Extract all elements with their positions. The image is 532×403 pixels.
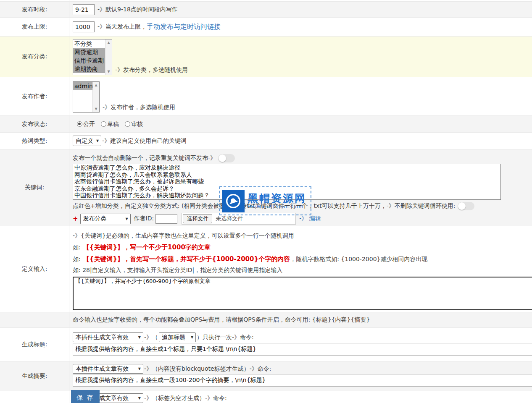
- author-option[interactable]: admin: [73, 82, 92, 90]
- example-red-1: 【{关键词}】，写一个不少于1000字的文章: [83, 243, 211, 251]
- publish-limit-input[interactable]: [73, 21, 95, 32]
- define-input-textarea[interactable]: 【{关键词}】，并写不少于{600-900}个字的原创文章: [73, 277, 532, 310]
- publish-author-label: 发布作者:: [0, 77, 69, 115]
- publish-limit-desc: -》当天发布上限，: [97, 23, 147, 31]
- hotword-type-desc: -》建议自定义使用自己的关键词: [102, 137, 187, 145]
- chevron-down-icon: ▼: [138, 335, 141, 339]
- scroll-down-icon[interactable]: ▼: [95, 107, 97, 111]
- radio-icon[interactable]: [125, 121, 130, 127]
- row-publish-limit: 发布上限: -》当天发布上限， 手动发布与定时访问链接: [0, 18, 532, 37]
- publish-time-desc: -》默认9-18点的时间段内写作: [97, 6, 178, 13]
- manual-publish-link[interactable]: 手动发布与定时访问链接: [147, 23, 221, 31]
- publish-limit-label: 发布上限:: [0, 18, 69, 36]
- define-input-note: -》{关键词}是必须的，生成内容字数也在这里定义，可以设置多个一行一个随机调用: [73, 232, 294, 240]
- hotword-type-select[interactable]: 自定义 ▼: [73, 136, 101, 146]
- row-publish-author: 发布作者: admin ▲ ▼ -》发布作者，多选随机使用: [0, 77, 532, 116]
- keyword-category-select[interactable]: 发布分类 ▼: [80, 214, 131, 224]
- gen-summary-scope-select[interactable]: 本插件生成文章有效 ▼: [73, 364, 143, 374]
- keyword-loop-toggle[interactable]: [458, 202, 474, 210]
- row-publish-status: 发布状态: 公开 草稿 审核: [0, 116, 532, 133]
- row-hotword-type: 热词类型: 自定义 ▼ -》建议自定义使用自己的关键词: [0, 133, 532, 149]
- row-gen-tag-partial: 保 存 本插件生成文章有效 ▼ -》（标签为空才生成）-》命令:: [0, 391, 532, 403]
- category-option[interactable]: 网贷逾期: [73, 48, 105, 56]
- radio-public[interactable]: 公开: [77, 120, 95, 128]
- gen-title-mode-select[interactable]: 追加标题 ▼: [159, 332, 196, 342]
- category-option[interactable]: 信用卡逾期: [73, 56, 105, 65]
- publish-author-listbox[interactable]: admin ▲ ▼: [73, 81, 100, 113]
- publish-category-listbox[interactable]: 不分类 网贷逾期 信用卡逾期 逾期协商 ▲ ▼: [73, 39, 112, 75]
- publish-time-label: 发布时段:: [0, 2, 69, 17]
- keywords-label: 关键词:: [0, 149, 69, 226]
- chevron-down-icon: ▼: [191, 335, 193, 339]
- listbox-scrollbar[interactable]: ▲ ▼: [92, 82, 99, 112]
- chevron-down-icon: ▼: [138, 367, 141, 371]
- choose-file-button[interactable]: 选择文件: [183, 214, 212, 223]
- chevron-down-icon: ▼: [96, 139, 99, 143]
- auto-delete-toggle[interactable]: [218, 154, 235, 162]
- publish-author-desc: -》发布作者，多选随机使用: [103, 104, 175, 111]
- example-2-note: ，随机字数格式如: {1000-2000}减少相同内容出现: [290, 256, 427, 263]
- row-define-input: 定义输入: -》{关键词}是必须的，生成内容字数也在这里定义，可以设置多个一行一…: [0, 226, 532, 312]
- radio-draft[interactable]: 草稿: [101, 120, 119, 128]
- row-gen-title: 生成标题: 本插件生成文章有效 ▼ -》（ 追加标题 ▼ ）只执行一次-》命令:…: [0, 328, 532, 361]
- keywords-hint: 点红色+增加分类，自定义独立分类方式: (相同分类会被覆盖) 上传txt关键词文…: [73, 202, 456, 210]
- add-category-button[interactable]: +: [73, 215, 78, 222]
- save-button[interactable]: 保 存: [71, 390, 100, 403]
- gen-summary-command-textarea[interactable]: 根据我提供给你的内容，直接生成一段100-200个字的摘要，\n\n{标题}: [73, 374, 532, 387]
- publish-category-desc: -》发布分类，多选随机使用: [115, 66, 188, 74]
- keywords-textarea[interactable]: 中原消费逾期了怎么办，应对及解决途径 网商贷逾期了怎么办，几天会联系紧急联系人 …: [73, 164, 501, 200]
- define-input-label: 定义输入:: [0, 226, 69, 312]
- radio-icon[interactable]: [101, 121, 106, 127]
- category-option[interactable]: 逾期协商: [73, 65, 105, 73]
- keyword-file-input[interactable]: 选择文件 未选择文件: [182, 213, 296, 225]
- radio-review[interactable]: 审核: [125, 120, 143, 128]
- chevron-down-icon: ▼: [138, 396, 141, 400]
- chevron-down-icon: ▼: [125, 217, 128, 221]
- scroll-up-icon[interactable]: ▲: [107, 41, 110, 44]
- row-publish-category: 发布分类: 不分类 网贷逾期 信用卡逾期 逾期协商 ▲ ▼ -》发布分类，多选随…: [0, 37, 532, 77]
- gen-summary-label: 生成摘要:: [0, 361, 69, 391]
- publish-status-label: 发布状态:: [0, 116, 69, 132]
- gen-title-label: 生成标题:: [0, 328, 69, 361]
- example-red-2: 【{关键词}】，首先写一个标题，并写不少于{1000-2000}个字的内容: [83, 255, 290, 263]
- plugin-settings-page: 发布时段: -》默认9-18点的时间段内写作 发布上限: -》当天发布上限， 手…: [0, 0, 532, 403]
- row-publish-time: 发布时段: -》默认9-18点的时间段内写作: [0, 2, 532, 18]
- command-note-text: 命令输入也是按字收费的，每个功能都会叠加QPS与费用，请根据QPS条件开启，命令…: [73, 316, 370, 324]
- hotword-type-label: 热词类型:: [0, 133, 69, 149]
- edit-keywords-link[interactable]: -》 编辑: [299, 215, 321, 222]
- publish-time-input[interactable]: [73, 4, 95, 15]
- gen-tag-condition: -》（标签为空才生成）-》命令:: [144, 395, 227, 402]
- scroll-up-icon[interactable]: ▲: [95, 83, 97, 87]
- listbox-scrollbar[interactable]: ▲ ▼: [105, 39, 112, 75]
- gen-title-scope-select[interactable]: 本插件生成文章有效 ▼: [73, 332, 143, 342]
- author-id-label: 作者ID:: [134, 215, 154, 222]
- row-command-note: 命令输入也是按字收费的，每个功能都会叠加QPS与费用，请根据QPS条件开启，命令…: [0, 312, 532, 328]
- auto-delete-toggle-label: 发布一个就会自动删除一个，记录重复关键词不发布-》: [73, 154, 216, 162]
- example-3: 如: 28|自定义输入，支持输入开头指定分类ID|，指定分类的关键词使用指定输入: [73, 267, 282, 274]
- row-keywords: 关键词: 发布一个就会自动删除一个，记录重复关键词不发布-》 中原消费逾期了怎么…: [0, 149, 532, 226]
- scroll-down-icon[interactable]: ▼: [107, 70, 110, 73]
- category-option[interactable]: 不分类: [73, 39, 105, 48]
- publish-category-label: 发布分类:: [0, 37, 69, 77]
- row-gen-summary: 生成摘要: 本插件生成文章有效 ▼ -》（内容没有blockquote标签才生成…: [0, 361, 532, 391]
- author-id-input[interactable]: [155, 214, 177, 224]
- file-status-text: 未选择文件: [216, 215, 243, 222]
- radio-selected-icon[interactable]: [77, 121, 82, 127]
- gen-title-command-textarea[interactable]: 根据我提供给你的内容，直接生成1个标题，只要1个标题 \n\n{标题}: [73, 343, 532, 356]
